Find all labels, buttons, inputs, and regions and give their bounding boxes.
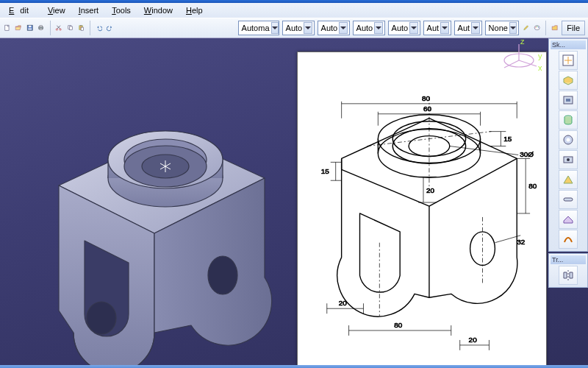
mirror-icon[interactable] <box>559 266 578 285</box>
cut-icon[interactable] <box>54 20 62 36</box>
chevron-down-icon <box>509 22 517 34</box>
menu-help[interactable]: Help <box>180 4 209 16</box>
technical-drawing: 80 60 15 30Ø 15 20 80 <box>297 52 547 365</box>
svg-rect-10 <box>69 26 72 30</box>
dim-lug-offset: 20 <box>339 299 348 307</box>
rib-icon[interactable] <box>559 170 578 189</box>
multisection-icon[interactable] <box>559 230 578 249</box>
menu-edit[interactable]: Edit <box>3 4 40 16</box>
main-toolbar: Automa Auto Auto Auto Auto Aut Aut None … <box>0 18 588 38</box>
redo-icon[interactable] <box>106 20 114 36</box>
svg-point-17 <box>538 27 539 28</box>
palette-icon[interactable] <box>533 20 541 36</box>
svg-rect-5 <box>40 26 43 27</box>
combo-auto-4[interactable]: Auto <box>353 21 385 35</box>
sketch-icon[interactable] <box>559 51 578 70</box>
chevron-down-icon <box>339 22 347 34</box>
axis-y-label: y <box>538 52 542 60</box>
svg-rect-3 <box>28 29 32 30</box>
chevron-down-icon <box>471 22 479 34</box>
menu-tools[interactable]: Tools <box>106 4 137 16</box>
menubar: Edit View Insert Tools Window Help <box>0 3 588 18</box>
sketch-panel-title: Sk... <box>551 40 586 49</box>
dim-lug-radius: 20 <box>469 336 478 344</box>
dim-side-width: 80 <box>528 182 537 190</box>
svg-point-16 <box>537 26 537 27</box>
svg-rect-6 <box>40 29 43 30</box>
chevron-down-icon <box>440 22 448 34</box>
pad-icon[interactable] <box>559 71 578 90</box>
transform-panel: Tr... <box>548 253 588 288</box>
chevron-down-icon <box>271 22 279 34</box>
svg-rect-2 <box>29 26 32 27</box>
dim-top-inner: 60 <box>423 105 432 113</box>
right-dock: Sk... Tr... <box>548 38 588 365</box>
viewport-3d[interactable]: 80 60 15 30Ø 15 20 80 <box>0 38 588 365</box>
combo-auto-7[interactable]: Aut <box>454 21 482 35</box>
combo-auto-5[interactable]: Auto <box>388 21 420 35</box>
menu-window[interactable]: Window <box>138 4 179 16</box>
svg-rect-40 <box>564 198 573 201</box>
new-icon[interactable] <box>3 20 11 36</box>
axis-gizmo[interactable]: z y x <box>498 41 542 74</box>
chevron-down-icon <box>304 22 312 34</box>
menu-view[interactable]: View <box>42 4 71 16</box>
pocket-icon[interactable] <box>559 91 578 110</box>
svg-point-19 <box>87 302 116 334</box>
svg-point-15 <box>535 27 536 28</box>
combo-auto-1[interactable]: Automa <box>238 21 279 35</box>
menu-insert[interactable]: Insert <box>73 4 105 16</box>
stiffener-icon[interactable] <box>559 210 578 229</box>
undo-icon[interactable] <box>95 20 103 36</box>
combo-auto-3[interactable]: Auto <box>318 21 350 35</box>
model-3d <box>15 90 294 365</box>
hole-icon[interactable] <box>559 150 578 169</box>
axis-x-label: x <box>538 63 542 72</box>
slot-icon[interactable] <box>559 190 578 209</box>
combo-none[interactable]: None <box>485 21 519 35</box>
svg-rect-0 <box>5 25 9 30</box>
svg-rect-34 <box>566 99 570 102</box>
svg-rect-12 <box>80 25 82 26</box>
statusbar <box>0 365 588 368</box>
file-button[interactable]: File <box>562 21 585 35</box>
chevron-down-icon <box>374 22 382 34</box>
svg-point-39 <box>567 158 570 161</box>
dim-base-width: 80 <box>394 321 403 329</box>
svg-point-18 <box>208 256 237 294</box>
combo-auto-6[interactable]: Aut <box>423 21 451 35</box>
brush-icon[interactable] <box>522 20 530 36</box>
shaft-icon[interactable] <box>559 110 578 130</box>
save-icon[interactable] <box>26 20 34 36</box>
folder-icon[interactable] <box>551 20 559 36</box>
dim-top-outer: 80 <box>422 94 431 102</box>
svg-point-37 <box>567 138 570 142</box>
dim-boss-dia: 30Ø <box>520 150 534 158</box>
print-icon[interactable] <box>37 20 45 36</box>
transform-panel-title: Tr... <box>551 255 586 264</box>
copy-icon[interactable] <box>66 20 74 36</box>
dim-front-drop: 15 <box>321 167 330 175</box>
paste-icon[interactable] <box>77 20 85 36</box>
chevron-down-icon <box>409 22 417 34</box>
svg-rect-13 <box>81 27 84 30</box>
dim-boss-height: 15 <box>503 135 512 143</box>
combo-auto-2[interactable]: Auto <box>282 21 315 35</box>
sketch-panel: Sk... <box>548 38 588 252</box>
open-icon[interactable] <box>14 20 22 36</box>
axis-z-label: z <box>520 38 525 46</box>
groove-icon[interactable] <box>559 130 578 149</box>
dim-cyl-height: 20 <box>426 186 435 194</box>
dim-hole-dia: 32 <box>517 238 526 246</box>
